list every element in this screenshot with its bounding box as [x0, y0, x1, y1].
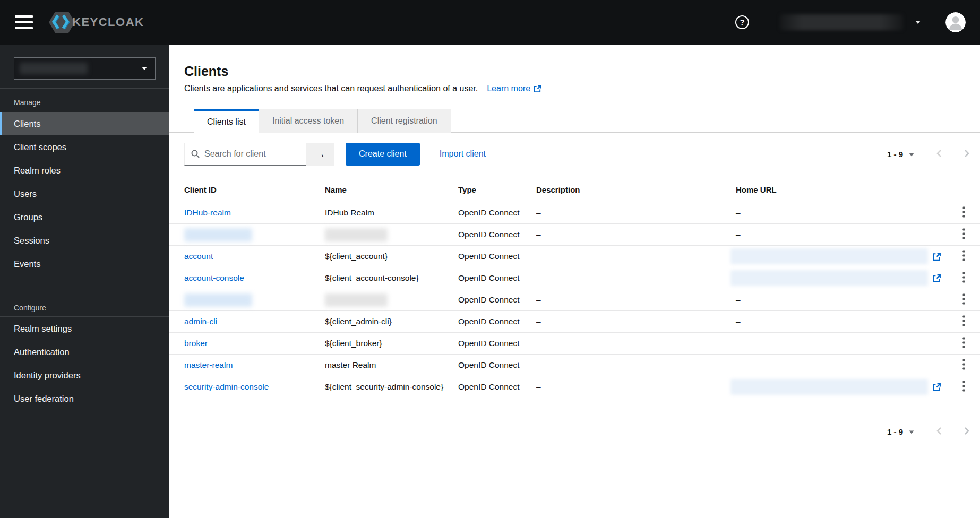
learn-more-link[interactable]: Learn more	[487, 84, 541, 93]
page-description: Clients are applications and services th…	[184, 84, 478, 93]
row-kebab-menu-button[interactable]	[959, 226, 968, 243]
sidebar-item-client-scopes[interactable]: Client scopes	[0, 135, 169, 159]
client-id-link-broker[interactable]: broker	[184, 339, 208, 348]
tab-client-registration[interactable]: Client registration	[357, 109, 451, 133]
row-kebab-menu-button[interactable]	[959, 313, 968, 330]
pagination-range-label: 1 - 9	[887, 427, 903, 436]
client-id-link-idhub-realm[interactable]: IDHub-realm	[184, 208, 231, 217]
client-id-link-account-console[interactable]: account-console	[184, 273, 244, 282]
user-avatar-icon	[945, 12, 966, 32]
pagination-next-button[interactable]	[962, 425, 972, 439]
chevron-left-icon	[936, 427, 942, 435]
sidebar-item-user-federation[interactable]: User federation	[0, 387, 169, 410]
client-type-cell: OpenID Connect	[458, 339, 536, 348]
pagination-prev-button[interactable]	[934, 425, 944, 439]
kebab-icon	[962, 272, 965, 283]
create-client-button[interactable]: Create client	[346, 143, 420, 166]
client-id-link-master-realm[interactable]: master-realm	[184, 360, 233, 369]
row-kebab-menu-button[interactable]	[959, 357, 968, 374]
client-home-url-cell	[736, 248, 947, 264]
chevron-left-icon	[936, 149, 942, 158]
help-icon[interactable]: ?	[735, 15, 749, 29]
username-redacted[interactable]	[780, 14, 903, 30]
client-type-cell: OpenID Connect	[458, 252, 536, 261]
home-url-external-link[interactable]	[932, 252, 941, 261]
table-row: OpenID Connect – –	[169, 289, 980, 311]
client-home-url-cell	[736, 379, 947, 395]
table-header-row: Client ID Name Type Description Home URL	[169, 177, 980, 202]
sidebar-item-users[interactable]: Users	[0, 182, 169, 205]
client-type-cell: OpenID Connect	[458, 295, 536, 305]
kebab-icon	[962, 381, 965, 392]
row-kebab-menu-button[interactable]	[959, 378, 968, 395]
client-id-link-security-admin-console[interactable]: security-admin-console	[184, 382, 269, 391]
search-submit-button[interactable]: →	[306, 143, 334, 166]
client-description-cell: –	[536, 230, 736, 239]
kebab-icon	[962, 337, 965, 348]
avatar[interactable]	[945, 12, 966, 32]
client-home-url-cell: –	[736, 339, 947, 348]
caret-down-icon[interactable]	[915, 20, 921, 24]
pagination-options-toggle[interactable]	[908, 427, 915, 437]
tab-initial-access-token[interactable]: Initial access token	[259, 109, 357, 133]
pagination-prev-button[interactable]	[934, 147, 944, 161]
pagination-options-toggle[interactable]	[908, 149, 915, 159]
sidebar-item-realm-roles[interactable]: Realm roles	[0, 159, 169, 182]
table-row: IDHub-realm IDHub Realm OpenID Connect –…	[169, 202, 980, 224]
client-type-cell: OpenID Connect	[458, 382, 536, 392]
sidebar-item-sessions[interactable]: Sessions	[0, 229, 169, 252]
external-link-icon	[932, 383, 941, 392]
kebab-icon	[962, 250, 965, 261]
sidebar-item-authentication[interactable]: Authentication	[0, 340, 169, 364]
external-link-icon	[932, 252, 941, 261]
sidebar-item-identity-providers[interactable]: Identity providers	[0, 364, 169, 387]
row-kebab-menu-button[interactable]	[959, 291, 968, 308]
chevron-right-icon	[964, 427, 969, 435]
client-name-cell	[325, 293, 458, 307]
main-content: Clients Clients are applications and ser…	[169, 45, 980, 518]
client-name-redacted	[325, 293, 388, 307]
sidebar-item-groups[interactable]: Groups	[0, 205, 169, 229]
row-kebab-menu-button[interactable]	[959, 335, 968, 352]
client-name-cell: ${client_admin-cli}	[325, 317, 458, 326]
client-id-link-admin-cli[interactable]: admin-cli	[184, 317, 217, 326]
sidebar-item-clients[interactable]: Clients	[0, 112, 169, 135]
header-right: ?	[735, 12, 966, 32]
realm-selector-dropdown[interactable]	[14, 57, 156, 80]
table-row: admin-cli ${client_admin-cli} OpenID Con…	[169, 311, 980, 333]
client-description-cell: –	[536, 252, 736, 261]
sidebar-item-realm-settings[interactable]: Realm settings	[0, 317, 169, 340]
client-name-cell: IDHub Realm	[325, 208, 458, 218]
import-client-link[interactable]: Import client	[440, 149, 486, 159]
row-kebab-menu-button[interactable]	[959, 248, 968, 265]
row-kebab-menu-button[interactable]	[959, 270, 968, 287]
tab-clients-list[interactable]: Clients list	[194, 109, 259, 133]
nav-section-title-manage: Manage	[0, 89, 169, 112]
row-kebab-menu-button[interactable]	[959, 204, 968, 221]
tabs: Clients list Initial access token Client…	[169, 109, 980, 133]
client-home-url-cell: –	[736, 230, 947, 239]
client-home-url-cell: –	[736, 360, 947, 370]
client-id-redacted	[184, 293, 252, 307]
client-name-redacted	[325, 228, 388, 241]
home-url-external-link[interactable]	[932, 274, 941, 283]
home-url-external-link[interactable]	[932, 383, 941, 392]
table-row: account-console ${client_account-console…	[169, 267, 980, 289]
client-description-cell: –	[536, 295, 736, 305]
client-home-url-cell: –	[736, 317, 947, 326]
table-body: IDHub-realm IDHub Realm OpenID Connect –…	[169, 202, 980, 398]
app-header: KEYCLOAK ?	[0, 0, 980, 45]
nav-toggle-button[interactable]	[15, 15, 33, 29]
client-id-link-account[interactable]: account	[184, 252, 213, 261]
client-description-cell: –	[536, 317, 736, 326]
client-description-cell: –	[536, 382, 736, 392]
keycloak-hexagon-icon	[48, 11, 75, 34]
search-input[interactable]	[204, 149, 295, 159]
kebab-icon	[962, 359, 965, 370]
client-description-cell: –	[536, 273, 736, 283]
pagination-next-button[interactable]	[962, 147, 972, 161]
toolbar: → Create client Import client 1 - 9	[184, 142, 972, 166]
sidebar-item-events[interactable]: Events	[0, 252, 169, 275]
kebab-icon	[962, 206, 965, 218]
table-row: broker ${client_broker} OpenID Connect –…	[169, 333, 980, 355]
